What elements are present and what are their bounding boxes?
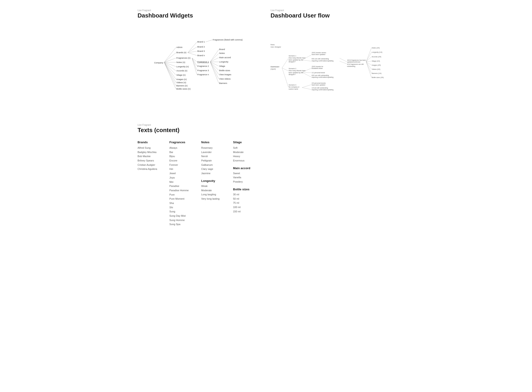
svg-text:been updated by the: been updated by the [289, 72, 303, 74]
fragrances-list: AlwaysBaiBijouEncoreForeverHeiJewelJoyaM… [169, 146, 192, 226]
texts-grid: Brands Alfred SungBadgley MischkaBob Mac… [138, 140, 394, 226]
svg-line-9 [164, 62, 176, 86]
svg-text:2/3 personal brands: 2/3 personal brands [312, 82, 326, 84]
brand1-node: Brand 1 [197, 41, 205, 43]
svg-text:Dashboard: Dashboard [271, 66, 279, 68]
frag-brand-node: Brand [219, 48, 225, 51]
banners-node: Banners (n) [177, 84, 187, 87]
frag-silage-node: Silage [219, 65, 225, 67]
svg-text:Accords (2/5): Accords (2/5) [372, 56, 381, 58]
main-accord-list: SweetVanellaPowdery [233, 171, 256, 184]
svg-line-54 [302, 72, 311, 73]
svg-line-27 [210, 62, 219, 79]
svg-line-62 [302, 88, 311, 90]
widgets-section: Live Fragrant Dashboard Widgets Company [138, 9, 261, 112]
top-sections: Live Fragrant Dashboard Widgets Company [138, 9, 394, 112]
longevity-node: Longevity (n) [177, 65, 189, 68]
svg-line-67 [340, 58, 347, 62]
svg-text:(report): (report) [271, 68, 276, 70]
svg-line-74 [366, 52, 371, 62]
svg-text:outstanding: outstanding [347, 65, 355, 67]
widgets-label: Live Fragrant [138, 9, 261, 12]
svg-line-73 [366, 48, 371, 62]
svg-line-78 [366, 62, 371, 69]
svg-line-48 [302, 60, 311, 61]
svg-line-16 [192, 58, 197, 66]
brands-node: Brands (n) [177, 51, 187, 54]
fragrance2-node: Fragrance 2 [197, 65, 209, 67]
brand2-node: Brand 2 [197, 46, 205, 48]
accords-node: Accords (n) [177, 69, 187, 72]
svg-text:How many Brands have: How many Brands have [289, 57, 305, 59]
svg-text:How many Brands have: How many Brands have [289, 70, 305, 72]
svg-line-55 [302, 72, 311, 77]
svg-text:custom name: custom name [289, 88, 298, 90]
notes-list: RosemaryLavenderNeroliPetitgrainGalbanum… [201, 146, 224, 176]
brands-col: Brands Alfred SungBadgley MischkaBob Mac… [138, 140, 160, 226]
bottle-sizes-subsection: Bottle sizes 30 ml50 ml75 ml100 ml150 ml [233, 188, 256, 214]
svg-text:No company or: No company or [289, 86, 299, 88]
frag-view-videos-node: View videos [219, 78, 231, 80]
svg-line-7 [164, 62, 176, 79]
svg-text:Scenario 3: Scenario 3 [289, 84, 296, 86]
svg-line-10 [164, 62, 176, 89]
fragrance1-node: Fragrance 1 [197, 61, 209, 63]
userflow-tree-svg: Roles User, Designer Dashboard (report) … [271, 26, 394, 112]
svg-text:Banners (1/4): Banners (1/4) [372, 73, 381, 74]
widgets-tree-svg: Company Admin Brands (n) [138, 26, 261, 99]
bottle-sizes-node: Bottle sizes (n) [177, 88, 191, 90]
svg-text:Elizabeth Arden: Elizabeth Arden [312, 68, 323, 69]
texts-label: Live Fragrant [138, 124, 394, 126]
svg-text:6/31 are still outstanding: 6/31 are still outstanding [312, 58, 329, 60]
svg-text:designer?: designer? [289, 61, 296, 63]
svg-line-13 [188, 51, 197, 53]
texts-title: Texts (content) [138, 127, 394, 134]
svg-text:requiring confirmation/updatin: requiring confirmation/updating [312, 76, 334, 78]
svg-text:been updated by the: been updated by the [289, 59, 303, 61]
frag-longevity-node: Longevity [219, 61, 229, 63]
brandn-node: Brand n [197, 54, 205, 57]
userflow-section: Live Fragrant Dashboard User flow Roles … [271, 9, 394, 112]
svg-text:Notes (2/4): Notes (2/4) [372, 47, 380, 49]
silage-list: SoftModerateHeavyEnormous [233, 146, 256, 163]
svg-line-19 [205, 40, 212, 42]
svg-line-20 [210, 50, 219, 62]
widgets-title: Dashboard Widgets [138, 12, 261, 19]
longevity-list: WeakModerateLong lasgtingVery long lasti… [201, 184, 224, 201]
fragrances-node: Fragrances (n) [177, 57, 191, 59]
svg-text:have been updated: have been updated [312, 84, 325, 86]
svg-text:1/1 personal brand: 1/1 personal brand [312, 72, 325, 74]
svg-text:10/14 fragrances has been: 10/14 fragrances has been [347, 59, 366, 61]
svg-line-8 [164, 62, 176, 83]
frag-main-accord-node: Main accord [219, 56, 231, 59]
svg-text:requiring confirmation/updatin: requiring confirmation/updating [312, 60, 334, 62]
svg-line-35 [282, 68, 288, 87]
company-node: Company [154, 61, 163, 64]
svg-text:have been updated: have been updated [312, 54, 325, 56]
fragrancen-node: Fragrance n [197, 73, 209, 76]
svg-text:Images (2/5): Images (2/5) [372, 64, 381, 66]
images-node: Images (n) [177, 78, 187, 80]
brands-list: Alfred SungBadgley MischkaBob MackieBrit… [138, 146, 160, 171]
svg-text:designer?: designer? [289, 74, 296, 75]
svg-text:6/31 are still outstanding: 6/31 are still outstanding [312, 75, 329, 76]
svg-text:Roles: Roles [271, 44, 275, 46]
svg-text:Bottle sizes (2/6): Bottle sizes (2/6) [372, 77, 383, 79]
svg-text:15/31 brands for: 15/31 brands for [312, 66, 323, 67]
bottle-sizes-list: 30 ml50 ml75 ml100 ml150 ml [233, 192, 256, 214]
svg-line-22 [210, 57, 219, 62]
svg-line-11 [188, 42, 197, 53]
fragrances-title: Fragrances [169, 140, 192, 144]
brands-title: Brands [138, 140, 160, 144]
longevity-title: Longevity [201, 179, 224, 182]
silage-title: Silage [233, 140, 256, 144]
frag-notes-node: Notes [219, 52, 225, 54]
fragrances-listed-node: Fragrances (listed with comma) [213, 38, 243, 41]
frag-banners-node: Banners [219, 82, 227, 84]
svg-text:requiring confirmation/updatin: requiring confirmation/updating [312, 89, 334, 91]
svg-text:User, Designer: User, Designer [271, 46, 281, 48]
texts-section: Live Fragrant Texts (content) Brands Alf… [138, 124, 394, 226]
svg-line-14 [188, 53, 197, 56]
notes-title: Notes [201, 140, 224, 144]
svg-line-5 [164, 62, 176, 71]
